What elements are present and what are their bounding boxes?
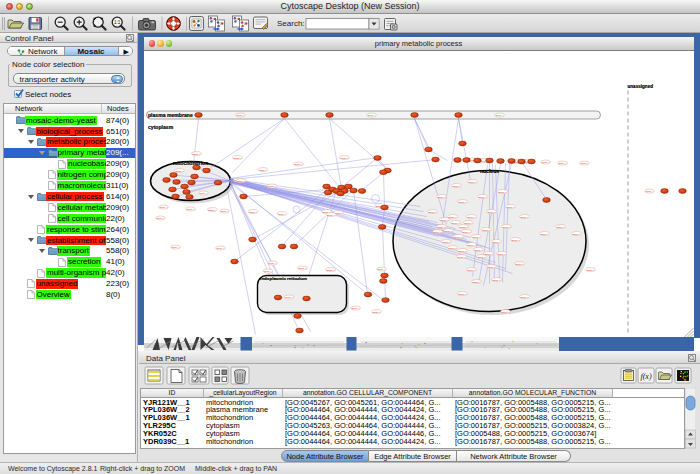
svg-text:Gene-A: Gene-A — [192, 152, 200, 154]
svg-text:Gene-A: Gene-A — [457, 255, 465, 257]
svg-text:Gene-A: Gene-A — [237, 179, 245, 181]
svg-text:Gene-A: Gene-A — [278, 212, 286, 214]
svg-text:plasma membrane: plasma membrane — [148, 112, 193, 118]
svg-text:Gene-A: Gene-A — [326, 268, 334, 270]
svg-text:Gene-A: Gene-A — [484, 252, 492, 254]
svg-text:Gene-A: Gene-A — [327, 213, 335, 215]
svg-text:Gene-A: Gene-A — [156, 217, 164, 219]
svg-text:Gene-A: Gene-A — [372, 310, 380, 312]
svg-text:Gene-A: Gene-A — [259, 168, 267, 170]
svg-text:endoplasmic reticulum: endoplasmic reticulum — [259, 276, 307, 281]
svg-text:Gene-A: Gene-A — [249, 210, 257, 212]
svg-text:Gene-A: Gene-A — [468, 180, 476, 182]
svg-text:Gene-A: Gene-A — [448, 215, 456, 217]
svg-text:Gene-A: Gene-A — [645, 190, 653, 192]
svg-text:Gene-A: Gene-A — [367, 114, 375, 116]
svg-text:Gene-A: Gene-A — [541, 161, 549, 163]
svg-text:Gene-A: Gene-A — [444, 229, 452, 231]
svg-text:Gene-A: Gene-A — [467, 268, 475, 270]
svg-text:Gene-A: Gene-A — [458, 200, 466, 202]
svg-text:Gene-A: Gene-A — [458, 249, 466, 251]
svg-text:Gene-A: Gene-A — [502, 225, 510, 227]
svg-text:Gene-A: Gene-A — [220, 210, 228, 212]
svg-text:Gene-A: Gene-A — [464, 221, 472, 223]
svg-text:Gene-A: Gene-A — [433, 230, 441, 232]
svg-text:Gene-A: Gene-A — [208, 208, 216, 210]
svg-text:Gene-A: Gene-A — [285, 296, 293, 298]
svg-text:Gene-A: Gene-A — [462, 230, 470, 232]
svg-text:Gene-A: Gene-A — [236, 114, 244, 116]
svg-text:Gene-A: Gene-A — [268, 262, 276, 264]
svg-text:Gene-A: Gene-A — [501, 310, 509, 312]
svg-text:Gene-A: Gene-A — [520, 215, 528, 217]
svg-text:Gene-A: Gene-A — [515, 262, 523, 264]
svg-text:Gene-A: Gene-A — [268, 185, 276, 187]
svg-text:nucleus: nucleus — [479, 168, 498, 174]
svg-text:Gene-A: Gene-A — [437, 195, 445, 197]
svg-text:Gene-A: Gene-A — [498, 190, 506, 192]
svg-text:Gene-A: Gene-A — [495, 114, 503, 116]
svg-text:Gene-A: Gene-A — [472, 280, 480, 282]
svg-text:Gene-A: Gene-A — [199, 192, 207, 194]
svg-text:Gene-A: Gene-A — [586, 268, 594, 270]
svg-text:Gene-A: Gene-A — [159, 206, 167, 208]
svg-text:Gene-A: Gene-A — [175, 169, 183, 171]
svg-text:Gene-A: Gene-A — [454, 235, 462, 237]
svg-text:Gene-A: Gene-A — [351, 307, 359, 309]
svg-text:Gene-A: Gene-A — [440, 218, 448, 220]
svg-text:Gene-A: Gene-A — [580, 162, 588, 164]
svg-text:Gene-A: Gene-A — [492, 278, 500, 280]
svg-text:Gene-A: Gene-A — [442, 240, 450, 242]
svg-text:Gene-A: Gene-A — [171, 246, 179, 248]
svg-text:Gene-A: Gene-A — [478, 195, 486, 197]
svg-text:Gene-A: Gene-A — [458, 292, 466, 294]
svg-text:Gene-A: Gene-A — [322, 210, 330, 212]
svg-text:Gene-A: Gene-A — [487, 265, 495, 267]
svg-text:Gene-A: Gene-A — [556, 225, 564, 227]
svg-text:f(x): f(x) — [640, 372, 651, 381]
svg-text:Gene-A: Gene-A — [482, 228, 490, 230]
svg-text:Gene-A: Gene-A — [428, 210, 436, 212]
svg-text:Gene-A: Gene-A — [233, 156, 241, 158]
svg-text:unassigned: unassigned — [627, 84, 653, 89]
svg-text:Gene-A: Gene-A — [377, 268, 385, 270]
svg-text:Gene-A: Gene-A — [298, 267, 306, 269]
svg-text:mitochondrion: mitochondrion — [172, 159, 208, 165]
svg-text:Gene-A: Gene-A — [487, 210, 495, 212]
svg-text:1:1: 1:1 — [114, 20, 121, 25]
svg-text:Gene-A: Gene-A — [216, 247, 224, 249]
svg-text:Search:: Search: — [277, 19, 305, 28]
svg-text:Gene-A: Gene-A — [474, 248, 482, 250]
svg-text:Gene-A: Gene-A — [472, 235, 480, 237]
svg-text:Gene-A: Gene-A — [520, 295, 528, 297]
svg-text:Gene-A: Gene-A — [294, 163, 302, 165]
svg-text:Gene-A: Gene-A — [497, 252, 505, 254]
svg-text:Gene-A: Gene-A — [451, 221, 459, 223]
svg-text:Gene-A: Gene-A — [452, 184, 460, 186]
svg-text:Gene-A: Gene-A — [540, 232, 548, 234]
svg-text:Gene-A: Gene-A — [186, 208, 194, 210]
svg-text:Gene-A: Gene-A — [437, 225, 445, 227]
svg-text:cytoplasm: cytoplasm — [148, 123, 174, 129]
svg-text:Gene-A: Gene-A — [467, 215, 475, 217]
svg-text:Gene-A: Gene-A — [506, 205, 514, 207]
svg-text:Gene-A: Gene-A — [340, 156, 348, 158]
svg-text:Gene-A: Gene-A — [334, 211, 342, 213]
svg-text:Gene-A: Gene-A — [572, 232, 580, 234]
svg-text:Gene-A: Gene-A — [467, 243, 475, 245]
svg-text:Gene-A: Gene-A — [448, 246, 456, 248]
svg-text:Gene-A: Gene-A — [477, 255, 485, 257]
svg-text:Gene-A: Gene-A — [492, 240, 500, 242]
svg-text:Gene-A: Gene-A — [264, 270, 272, 272]
svg-text:Gene-A: Gene-A — [511, 238, 519, 240]
svg-text:Gene-A: Gene-A — [459, 225, 467, 227]
svg-text:Gene-A: Gene-A — [558, 162, 566, 164]
